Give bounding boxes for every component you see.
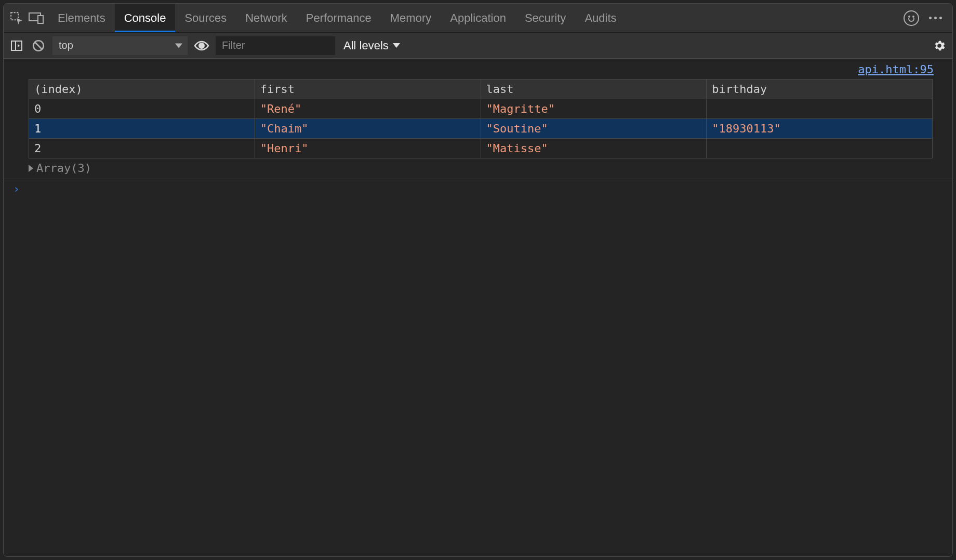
table-row[interactable]: 2"Henri""Matisse" [29, 139, 933, 158]
console-table: (index)firstlastbirthday 0"René""Magritt… [29, 79, 933, 158]
more-menu-icon[interactable] [927, 10, 943, 26]
console-settings-icon[interactable] [932, 38, 947, 54]
table-row[interactable]: 1"Chaim""Soutine""18930113" [29, 119, 933, 139]
table-cell: "18930113" [707, 119, 933, 139]
live-expression-icon[interactable] [194, 38, 209, 54]
devtools-tabstrip: ElementsConsoleSourcesNetworkPerformance… [4, 4, 952, 33]
feedback-icon[interactable] [904, 10, 919, 26]
tab-security[interactable]: Security [515, 4, 575, 32]
table-cell: "René" [255, 99, 481, 119]
table-cell: "Magritte" [481, 99, 707, 119]
tab-sources[interactable]: Sources [175, 4, 236, 32]
chevron-down-icon [393, 43, 400, 48]
svg-rect-3 [11, 41, 22, 50]
toggle-sidebar-icon[interactable] [9, 38, 24, 54]
tab-network[interactable]: Network [236, 4, 297, 32]
inspect-element-icon[interactable] [9, 10, 24, 26]
tab-console[interactable]: Console [115, 4, 176, 32]
chevron-down-icon [175, 43, 182, 48]
table-cell: 0 [29, 99, 255, 119]
disclosure-triangle-icon [29, 165, 33, 172]
table-cell: "Matisse" [481, 139, 707, 158]
tab-memory[interactable]: Memory [381, 4, 441, 32]
expand-array-toggle[interactable]: Array(3) [4, 158, 952, 179]
log-levels-select[interactable]: All levels [343, 39, 400, 52]
tab-elements[interactable]: Elements [48, 4, 115, 32]
table-cell: "Chaim" [255, 119, 481, 139]
svg-rect-2 [38, 16, 43, 23]
table-cell: "Henri" [255, 139, 481, 158]
table-header[interactable]: (index) [29, 79, 255, 99]
console-toolbar: top All levels [4, 33, 952, 59]
clear-console-icon[interactable] [31, 38, 46, 54]
table-row[interactable]: 0"René""Magritte" [29, 99, 933, 119]
tabs-container: ElementsConsoleSourcesNetworkPerformance… [48, 4, 626, 32]
filter-input[interactable] [216, 36, 335, 55]
table-header[interactable]: birthday [707, 79, 933, 99]
console-prompt[interactable]: › [4, 179, 952, 195]
svg-point-5 [198, 43, 205, 49]
tab-application[interactable]: Application [441, 4, 515, 32]
table-cell: 2 [29, 139, 255, 158]
context-select[interactable]: top [52, 36, 188, 55]
context-select-value: top [59, 39, 73, 51]
prompt-chevron-icon: › [13, 182, 20, 195]
tab-audits[interactable]: Audits [575, 4, 626, 32]
table-header[interactable]: first [255, 79, 481, 99]
table-cell [707, 139, 933, 158]
table-cell [707, 99, 933, 119]
source-link[interactable]: api.html:95 [858, 63, 934, 76]
table-header[interactable]: last [481, 79, 707, 99]
console-output: api.html:95 (index)firstlastbirthday 0"R… [4, 59, 952, 556]
log-levels-label: All levels [343, 39, 389, 52]
under-table-label: Array(3) [36, 162, 91, 175]
device-toolbar-icon[interactable] [29, 10, 44, 26]
table-cell: 1 [29, 119, 255, 139]
table-cell: "Soutine" [481, 119, 707, 139]
tab-performance[interactable]: Performance [297, 4, 381, 32]
